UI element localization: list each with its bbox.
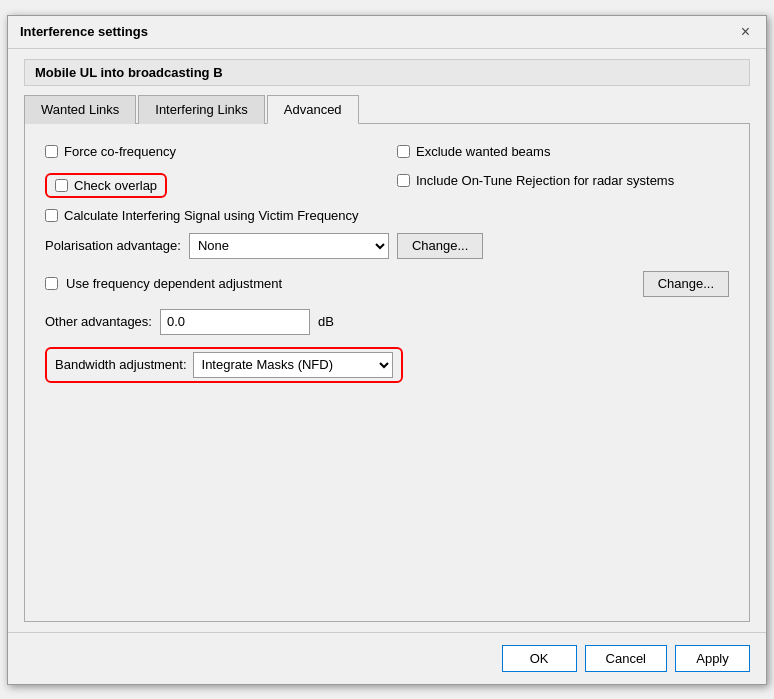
bandwidth-adjustment-select[interactable]: Integrate Masks (NFD) None Other (193, 352, 393, 378)
tab-interfering-links[interactable]: Interfering Links (138, 95, 265, 124)
ok-button[interactable]: OK (502, 645, 577, 672)
advanced-tab-content: Force co-frequency Exclude wanted beams … (24, 124, 750, 622)
check-overlap-checkbox[interactable] (55, 179, 68, 192)
check-overlap-highlight-container: Check overlap (45, 173, 377, 198)
bandwidth-label: Bandwidth adjustment: (55, 357, 187, 372)
polarisation-advantage-row: Polarisation advantage: None Low Medium … (45, 233, 729, 259)
interference-settings-dialog: Interference settings × Mobile UL into b… (7, 15, 767, 685)
checkbox-row-2: Check overlap Include On-Tune Rejection … (45, 173, 729, 198)
calculate-interfering-row: Calculate Interfering Signal using Victi… (45, 208, 729, 223)
check-overlap-label: Check overlap (74, 178, 157, 193)
other-advantages-row: Other advantages: dB (45, 309, 729, 335)
calculate-interfering-checkbox[interactable] (45, 209, 58, 222)
tab-advanced[interactable]: Advanced (267, 95, 359, 124)
tab-wanted-links[interactable]: Wanted Links (24, 95, 136, 124)
include-on-tune-label: Include On-Tune Rejection for radar syst… (416, 173, 674, 188)
polarisation-label: Polarisation advantage: (45, 238, 181, 253)
include-on-tune-row: Include On-Tune Rejection for radar syst… (397, 173, 729, 188)
apply-button[interactable]: Apply (675, 645, 750, 672)
check-overlap-highlighted-box: Check overlap (45, 173, 167, 198)
polarisation-advantage-select[interactable]: None Low Medium High (189, 233, 389, 259)
exclude-wanted-beams-checkbox[interactable] (397, 145, 410, 158)
polarisation-change-button[interactable]: Change... (397, 233, 483, 259)
other-advantages-input[interactable] (160, 309, 310, 335)
use-freq-dependent-checkbox[interactable] (45, 277, 58, 290)
force-co-frequency-checkbox[interactable] (45, 145, 58, 158)
calculate-interfering-label: Calculate Interfering Signal using Victi… (64, 208, 359, 223)
bandwidth-adjustment-row: Bandwidth adjustment: Integrate Masks (N… (45, 347, 729, 383)
cancel-button[interactable]: Cancel (585, 645, 667, 672)
include-on-tune-checkbox[interactable] (397, 174, 410, 187)
title-bar: Interference settings × (8, 16, 766, 49)
checkbox-row-1: Force co-frequency Exclude wanted beams (45, 144, 729, 169)
close-button[interactable]: × (737, 24, 754, 40)
force-co-frequency-label: Force co-frequency (64, 144, 176, 159)
bandwidth-highlight-box: Bandwidth adjustment: Integrate Masks (N… (45, 347, 403, 383)
freq-dependent-change-button[interactable]: Change... (643, 271, 729, 297)
tabs: Wanted Links Interfering Links Advanced (24, 94, 750, 124)
other-advantages-unit: dB (318, 314, 334, 329)
other-advantages-label: Other advantages: (45, 314, 152, 329)
dialog-title: Interference settings (20, 24, 148, 39)
force-co-frequency-row: Force co-frequency (45, 144, 377, 159)
dialog-footer: OK Cancel Apply (8, 632, 766, 684)
exclude-wanted-beams-label: Exclude wanted beams (416, 144, 550, 159)
exclude-wanted-beams-row: Exclude wanted beams (397, 144, 729, 159)
freq-dependent-row: Use frequency dependent adjustment Chang… (45, 271, 729, 297)
content-area: Mobile UL into broadcasting B Wanted Lin… (8, 49, 766, 632)
use-freq-dependent-label: Use frequency dependent adjustment (66, 276, 282, 291)
section-label: Mobile UL into broadcasting B (24, 59, 750, 86)
